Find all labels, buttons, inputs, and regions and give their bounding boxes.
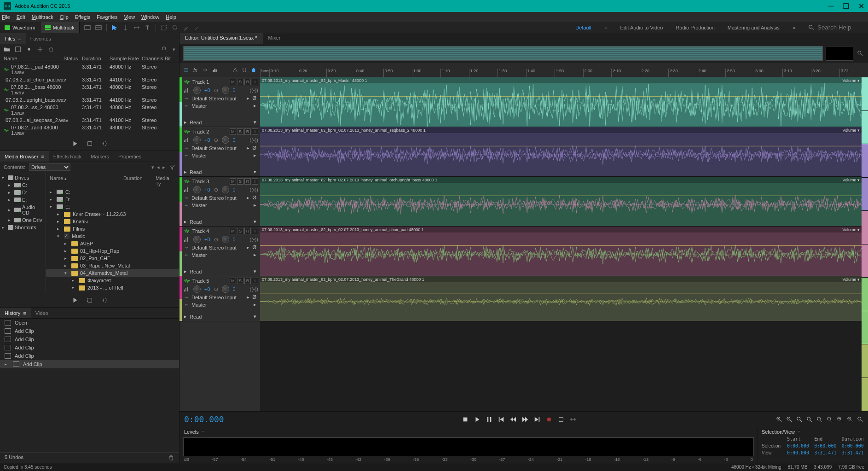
menu-edit[interactable]: Edit xyxy=(17,14,25,20)
arm-button[interactable]: R xyxy=(244,228,251,234)
workspace-master[interactable]: Mastering and Analysis xyxy=(728,25,780,30)
file-row[interactable]: 07.08.2...ss_2 48000 1.wav3:31.47148000 … xyxy=(0,104,179,116)
history-row[interactable]: Add Clip xyxy=(0,335,179,343)
history-trash-icon[interactable] xyxy=(168,454,174,461)
history-row[interactable]: Add Clip xyxy=(0,343,179,352)
folder-hell[interactable]: ▾2013 - ... of Hell xyxy=(46,284,179,291)
file-row[interactable]: 07.08.2..._bass 48000 1.wav3:31.47148000… xyxy=(0,83,179,96)
selection-duration[interactable]: 0:00.000 xyxy=(842,443,864,448)
new-file-icon[interactable] xyxy=(15,46,21,52)
folder-films[interactable]: ▸Films xyxy=(46,225,179,233)
workspace-edit[interactable]: Edit Audio to Video xyxy=(620,25,663,30)
trash-icon[interactable] xyxy=(48,46,54,52)
stop-button[interactable] xyxy=(462,416,469,423)
volume-knob[interactable] xyxy=(193,136,201,144)
track-header[interactable]: Track 3 MSRI +0 ⊙0 ((•)) Default Stereo … xyxy=(179,177,260,227)
mode-multitrack[interactable]: Multitrack xyxy=(41,22,80,33)
playhead-icon[interactable] xyxy=(251,67,256,73)
minimize-button[interactable]: ─ xyxy=(828,2,833,11)
tab-markers[interactable]: Markers xyxy=(86,151,114,162)
pause-button[interactable] xyxy=(486,416,492,423)
monitor-button[interactable]: I xyxy=(252,128,258,135)
healing-icon[interactable] xyxy=(194,24,200,31)
media-autoplay-icon[interactable] xyxy=(101,297,108,303)
monitor-button[interactable]: I xyxy=(252,79,258,85)
rewind-button[interactable] xyxy=(510,416,516,423)
folder-music[interactable]: ▾Music xyxy=(46,233,179,240)
history-row[interactable]: ▸Add Clip xyxy=(0,360,179,368)
volume-knob[interactable] xyxy=(193,236,201,243)
ripple-icon[interactable] xyxy=(232,67,238,73)
drive-e[interactable]: ▸E: xyxy=(0,196,46,204)
folder-alternative[interactable]: ▾04_Alternative_Metal xyxy=(46,269,179,277)
mode-waveform[interactable]: Waveform xyxy=(0,22,41,33)
pan-knob[interactable] xyxy=(222,136,229,144)
folder-c[interactable]: ▸C: xyxy=(46,188,179,196)
view-start[interactable]: 0:00.000 xyxy=(787,450,810,455)
pan-knob[interactable] xyxy=(222,285,229,293)
selection-start[interactable]: 0:00.000 xyxy=(787,443,810,448)
files-autoplay-icon[interactable] xyxy=(101,140,108,147)
files-loop-icon[interactable] xyxy=(87,140,93,147)
monitor-button[interactable]: I xyxy=(252,178,258,185)
tab-favorites[interactable]: Favorites xyxy=(26,33,56,44)
filter-search-icon[interactable] xyxy=(162,46,168,52)
fx-icon[interactable]: fx xyxy=(193,67,197,73)
drive-c[interactable]: ▸C: xyxy=(0,181,46,189)
track-lane[interactable]: 07.08.2013_my animal_master_82_bpm_02.07… xyxy=(260,177,862,227)
workspace-menu-icon[interactable]: ≡ xyxy=(604,25,607,30)
insert-icon[interactable] xyxy=(37,46,43,52)
folder-rapc[interactable]: ▸03_Rapc...New_Metal xyxy=(46,262,179,269)
send-icon[interactable] xyxy=(202,67,208,73)
shortcuts-root[interactable]: ▸Shortcuts xyxy=(0,224,46,231)
zoom-out-point-icon[interactable] xyxy=(827,416,833,423)
folder-hiphop[interactable]: ▸01_Hip-Hop_Rap xyxy=(46,247,179,255)
tab-editor[interactable]: Editor: Untitled Session 1.sesx * xyxy=(179,33,263,44)
drive-audiocd[interactable]: ▸Audio CD xyxy=(0,204,46,216)
file-row[interactable]: 07.08.2...al_choir_pad.wav3:31.47144100 … xyxy=(0,76,179,83)
skip-button[interactable] xyxy=(570,416,576,423)
menu-help[interactable]: Help xyxy=(166,14,176,20)
zoom-selection-icon[interactable] xyxy=(806,416,813,423)
menu-window[interactable]: Window xyxy=(141,14,159,20)
folder-d[interactable]: ▸D: xyxy=(46,196,179,203)
volume-knob[interactable] xyxy=(193,285,201,293)
file-row[interactable]: 07.08.2..._pad 48000 1.wav3:31.47148000 … xyxy=(0,63,179,76)
track-lane[interactable]: 07.08.2013_my animal_master_82_bpm_02.07… xyxy=(260,127,862,177)
lasso-icon[interactable] xyxy=(172,24,178,31)
session-overview[interactable] xyxy=(183,46,864,61)
menu-view[interactable]: View xyxy=(124,14,135,20)
media-play-icon[interactable] xyxy=(72,297,78,303)
record-button[interactable] xyxy=(546,416,552,423)
file-row[interactable]: 07.08.2...rand 48000 1.wav3:31.47148000 … xyxy=(0,124,179,137)
arm-button[interactable]: R xyxy=(244,278,251,284)
workspace-overflow-icon[interactable]: » xyxy=(793,25,795,30)
move-tool-icon[interactable] xyxy=(111,24,118,31)
drive-onedrive[interactable]: ▸One Driv xyxy=(0,216,46,224)
contents-select[interactable]: Drives xyxy=(29,163,70,171)
folder-clips[interactable]: ▸Клипы xyxy=(46,218,179,225)
track-header[interactable]: Track 4 MSRI +0 ⊙0 ((•)) Default Stereo … xyxy=(179,227,260,276)
volume-knob[interactable] xyxy=(193,186,201,193)
zoom-nav-icon[interactable] xyxy=(857,50,863,57)
pan-knob[interactable] xyxy=(222,186,229,193)
search-input[interactable] xyxy=(817,24,863,31)
files-play-icon[interactable] xyxy=(72,140,78,147)
monitor-button[interactable]: I xyxy=(252,228,258,234)
monitor-button[interactable]: I xyxy=(252,278,258,284)
drives-root[interactable]: ▾Drives xyxy=(0,174,46,181)
tab-files[interactable]: Files≡ xyxy=(0,33,26,44)
folder-fak[interactable]: ▸Факультет xyxy=(46,277,179,284)
zoom-fit-v-icon[interactable] xyxy=(857,416,863,423)
to-start-button[interactable] xyxy=(498,416,504,423)
forward-button[interactable] xyxy=(522,416,528,423)
zoom-in-h-icon[interactable] xyxy=(776,416,782,423)
menu-clip[interactable]: Clip xyxy=(60,14,69,20)
filter-icon[interactable] xyxy=(169,164,175,170)
media-loop-icon[interactable] xyxy=(87,297,93,303)
toggle-inputs-icon[interactable] xyxy=(183,67,189,73)
tab-effects-rack[interactable]: Effects Rack xyxy=(49,151,87,162)
tab-history[interactable]: History≡ xyxy=(0,308,31,318)
solo-button[interactable]: S xyxy=(237,228,243,234)
track-lane[interactable]: 07.08.2013_my animal_master_82_bpm_02.07… xyxy=(260,227,862,276)
